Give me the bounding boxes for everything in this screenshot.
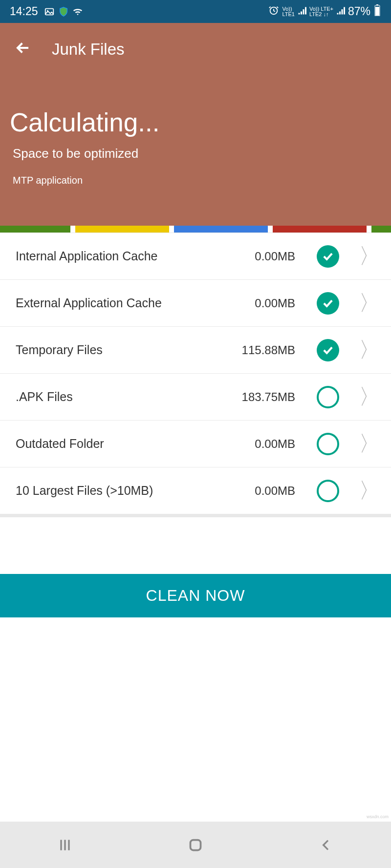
battery-percent: 87% — [348, 5, 370, 18]
list-footer-divider — [0, 514, 391, 517]
svg-rect-9 — [190, 840, 200, 850]
list-item[interactable]: 10 Largest Files (>10MB) 0.00MB 〉 — [0, 467, 391, 514]
signal2-icon — [336, 5, 345, 18]
chevron-right-icon[interactable]: 〉 — [359, 429, 380, 458]
item-size: 115.88MB — [242, 343, 295, 357]
item-label: Internal Application Cache — [16, 249, 255, 263]
progress-segment — [273, 226, 367, 233]
page-title: Junk Files — [52, 40, 125, 59]
item-label: Outdated Folder — [16, 437, 255, 451]
wifi-icon — [72, 6, 83, 17]
status-bar: 14:25 Vo))LTE1 Vo)) LTE+LTE2 ↓↑ 87% — [0, 0, 391, 23]
app-bar: Junk Files — [0, 23, 391, 70]
status-subtitle: Space to be optimized — [10, 146, 381, 161]
chevron-right-icon[interactable]: 〉 — [359, 242, 380, 271]
navigation-bar — [0, 822, 391, 868]
image-icon — [44, 6, 55, 17]
sim2-label: Vo)) LTE+LTE2 ↓↑ — [309, 6, 333, 17]
chevron-right-icon[interactable]: 〉 — [359, 476, 380, 505]
status-right: Vo))LTE1 Vo)) LTE+LTE2 ↓↑ 87% — [268, 4, 381, 19]
item-size: 0.00MB — [255, 296, 295, 310]
item-size: 183.75MB — [242, 390, 295, 404]
home-button[interactable] — [187, 836, 204, 854]
sim1-label: Vo))LTE1 — [282, 6, 294, 17]
svg-rect-5 — [375, 7, 379, 16]
checkbox-icon[interactable] — [317, 433, 339, 455]
shield-icon — [58, 6, 69, 17]
checkbox-icon[interactable] — [317, 339, 339, 361]
item-label: Temporary Files — [16, 343, 242, 357]
checkbox-icon[interactable] — [317, 245, 339, 268]
battery-icon — [373, 4, 381, 19]
checkbox-icon[interactable] — [317, 292, 339, 315]
back-arrow-icon[interactable] — [14, 39, 32, 60]
progress-segment — [174, 226, 268, 233]
checkbox-icon[interactable] — [317, 386, 339, 408]
header-content: Calculating... Space to be optimized MTP… — [0, 70, 391, 186]
recents-button[interactable] — [57, 837, 73, 853]
progress-color-bar — [0, 226, 391, 233]
chevron-right-icon[interactable]: 〉 — [359, 382, 380, 411]
current-scan-item: MTP application — [10, 175, 381, 186]
status-heading: Calculating... — [10, 107, 381, 137]
item-size: 0.00MB — [255, 437, 295, 451]
progress-segment — [371, 226, 391, 233]
junk-list: Internal Application Cache 0.00MB 〉 Exte… — [0, 233, 391, 517]
list-item[interactable]: .APK Files 183.75MB 〉 — [0, 374, 391, 421]
list-item[interactable]: External Application Cache 0.00MB 〉 — [0, 280, 391, 327]
alarm-icon — [268, 5, 279, 19]
clock-time: 14:25 — [10, 5, 38, 18]
item-label: External Application Cache — [16, 296, 255, 310]
header: Junk Files Calculating... Space to be op… — [0, 23, 391, 226]
clean-now-button[interactable]: CLEAN NOW — [0, 574, 391, 617]
svg-rect-0 — [45, 8, 53, 15]
signal1-icon — [298, 5, 306, 18]
list-item[interactable]: Temporary Files 115.88MB 〉 — [0, 327, 391, 374]
item-size: 0.00MB — [255, 484, 295, 498]
list-item[interactable]: Internal Application Cache 0.00MB 〉 — [0, 233, 391, 280]
back-button[interactable] — [318, 837, 334, 853]
checkbox-icon[interactable] — [317, 480, 339, 502]
progress-segment — [0, 226, 70, 233]
progress-segment — [75, 226, 169, 233]
status-icons-left — [44, 6, 83, 17]
list-item[interactable]: Outdated Folder 0.00MB 〉 — [0, 421, 391, 467]
chevron-right-icon[interactable]: 〉 — [359, 336, 380, 364]
item-label: 10 Largest Files (>10MB) — [16, 484, 255, 498]
watermark: wsxdn.com — [367, 814, 389, 819]
item-label: .APK Files — [16, 390, 242, 404]
status-left: 14:25 — [10, 5, 83, 18]
chevron-right-icon[interactable]: 〉 — [359, 289, 380, 318]
item-size: 0.00MB — [255, 250, 295, 263]
